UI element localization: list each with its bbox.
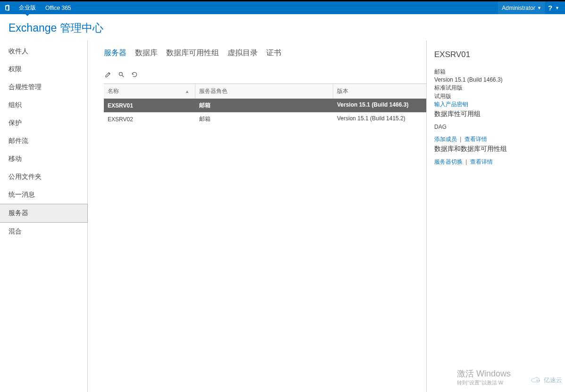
details-license: 试用版 (434, 92, 557, 100)
tabs: 服务器 数据库 数据库可用性组 虚拟目录 证书 (104, 41, 426, 70)
column-name[interactable]: 名称 ▲ (104, 84, 195, 99)
topbar-enterprise-link[interactable]: 企业版 (14, 1, 41, 14)
topbar-office365-link[interactable]: Office 365 (41, 1, 76, 14)
view-details-link-2[interactable]: 查看详情 (470, 158, 493, 165)
top-bar: 企业版 Office 365 Administrator ▼ ? ▼ (0, 1, 565, 14)
toolbar (104, 70, 426, 83)
sidebar: 收件人 权限 合规性管理 组织 保护 邮件流 移动 公用文件夹 统一消息 服务器… (0, 41, 88, 392)
tab-servers[interactable]: 服务器 (104, 48, 126, 58)
db-dag-heading: 数据库和数据库可用性组 (434, 145, 557, 153)
topbar-office365-label: Office 365 (45, 5, 71, 11)
refresh-button[interactable] (130, 70, 139, 79)
refresh-icon (131, 71, 138, 78)
svg-line-1 (122, 75, 124, 77)
tab-databases[interactable]: 数据库 (135, 48, 158, 58)
cell-name: EXSRV01 (104, 99, 195, 112)
sidebar-item-permissions[interactable]: 权限 (0, 60, 87, 78)
user-name: Administrator (502, 5, 535, 11)
details-role: 邮箱 (434, 68, 557, 75)
dag-section-heading: 数据库性可用组 (434, 110, 557, 118)
details-version: Version 15.1 (Build 1466.3) (434, 76, 557, 83)
column-version[interactable]: 版本 (333, 84, 426, 99)
cell-role: 邮箱 (195, 99, 333, 112)
sidebar-item-organization[interactable]: 组织 (0, 96, 87, 114)
cell-version: Version 15.1 (Build 1466.3) (333, 99, 426, 112)
office-logo-icon (0, 1, 14, 14)
details-title: EXSRV01 (434, 50, 557, 59)
switchover-link[interactable]: 服务器切换 (434, 158, 463, 165)
caret-down-icon: ▼ (555, 6, 559, 10)
sidebar-item-unified-messaging[interactable]: 统一消息 (0, 186, 87, 204)
svg-point-0 (119, 72, 122, 75)
cell-name: EXSRV02 (104, 112, 195, 126)
sidebar-item-public-folders[interactable]: 公用文件夹 (0, 168, 87, 186)
pencil-icon (105, 71, 111, 78)
sidebar-item-servers[interactable]: 服务器 (0, 204, 88, 223)
view-details-link[interactable]: 查看详情 (464, 136, 487, 142)
table-row[interactable]: EXSRV02 邮箱 Version 15.1 (Build 1415.2) (104, 112, 426, 126)
add-member-link[interactable]: 添加成员 (434, 136, 457, 142)
cell-version: Version 15.1 (Build 1415.2) (333, 112, 426, 126)
tab-virtual-directories[interactable]: 虚拟目录 (228, 48, 258, 58)
sidebar-item-protection[interactable]: 保护 (0, 114, 87, 132)
details-edition: 标准试用版 (434, 84, 557, 92)
separator: | (465, 158, 467, 165)
search-icon (118, 71, 125, 78)
sidebar-item-hybrid[interactable]: 混合 (0, 223, 87, 241)
separator: | (460, 136, 461, 142)
sort-asc-icon: ▲ (185, 89, 189, 94)
cell-role: 邮箱 (195, 112, 333, 126)
sidebar-item-mobile[interactable]: 移动 (0, 150, 87, 168)
user-menu[interactable]: Administrator ▼ (498, 1, 545, 14)
dag-name: DAG (434, 123, 557, 131)
edit-button[interactable] (104, 70, 112, 79)
sidebar-item-compliance[interactable]: 合规性管理 (0, 78, 87, 96)
sidebar-item-mailflow[interactable]: 邮件流 (0, 132, 87, 150)
page-title: Exchange 管理中心 (8, 21, 557, 35)
servers-table: 名称 ▲ 服务器角色 版本 EXSRV01 邮箱 Version 15.1 (B… (104, 83, 426, 126)
caret-down-icon: ▼ (537, 6, 541, 10)
details-pane: EXSRV01 邮箱 Version 15.1 (Build 1466.3) 标… (426, 41, 565, 392)
title-area: Exchange 管理中心 (0, 14, 565, 41)
table-row[interactable]: EXSRV01 邮箱 Version 15.1 (Build 1466.3) (104, 99, 426, 112)
help-menu[interactable]: ? ▼ (545, 4, 562, 12)
tab-certificates[interactable]: 证书 (266, 48, 281, 58)
topbar-enterprise-label: 企业版 (19, 4, 36, 12)
column-role[interactable]: 服务器角色 (195, 84, 333, 99)
tab-dag[interactable]: 数据库可用性组 (166, 48, 219, 58)
table-header: 名称 ▲ 服务器角色 版本 (104, 84, 426, 99)
enter-product-key-link[interactable]: 输入产品密钥 (434, 101, 468, 108)
help-icon: ? (548, 4, 552, 12)
sidebar-item-recipients[interactable]: 收件人 (0, 42, 87, 60)
search-button[interactable] (117, 70, 126, 79)
